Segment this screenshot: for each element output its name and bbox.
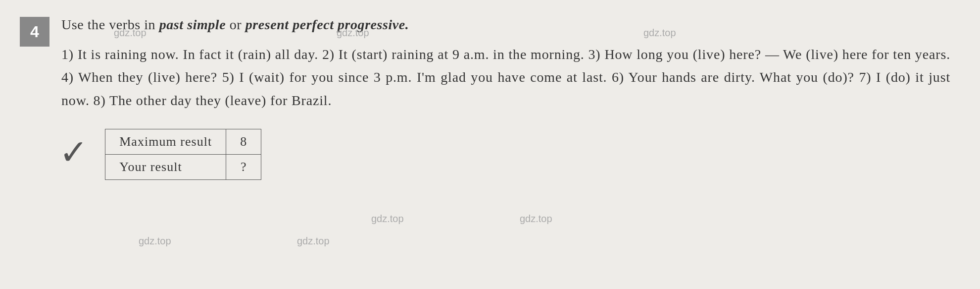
watermark-6: gdz.top [139, 235, 171, 247]
task-number: 4 [20, 17, 49, 47]
checkmark-icon: ✓ [61, 134, 85, 174]
bottom-section: ✓ Maximum result 8 Your result ? [61, 129, 950, 180]
watermark-7: gdz.top [297, 235, 330, 247]
result-table: Maximum result 8 Your result ? [105, 129, 261, 180]
your-result-label: Your result [105, 154, 226, 179]
task-body: 1) It is raining now. In fact it (rain) … [61, 43, 950, 112]
table-row-max: Maximum result 8 [105, 129, 261, 154]
task-instruction: Use the verbs in past simple or present … [61, 15, 950, 34]
main-content: Use the verbs in past simple or present … [61, 15, 950, 180]
watermark-5: gdz.top [520, 213, 552, 225]
your-result-value: ? [226, 154, 261, 179]
page-container: gdz.top gdz.top gdz.top gdz.top gdz.top … [0, 0, 980, 289]
max-result-label: Maximum result [105, 129, 226, 154]
watermark-4: gdz.top [371, 213, 404, 225]
task-number-label: 4 [30, 23, 39, 41]
table-row-your: Your result ? [105, 154, 261, 179]
max-result-value: 8 [226, 129, 261, 154]
